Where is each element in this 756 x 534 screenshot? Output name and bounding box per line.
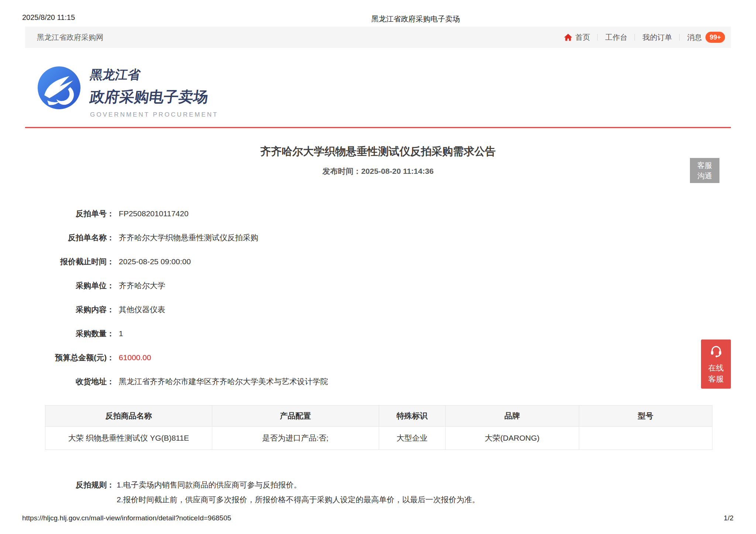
nav-item-orders[interactable]: 我的订单 <box>642 32 672 42</box>
chat-button-line2: 沟通 <box>697 170 712 181</box>
online-service-line2: 客服 <box>708 373 724 385</box>
field-label: 采购内容： <box>0 304 114 315</box>
field-label: 预算总金额(元)： <box>0 352 114 363</box>
headset-icon <box>709 344 723 359</box>
nav-separator <box>679 34 680 41</box>
field-value: 黑龙江省齐齐哈尔市建华区齐齐哈尔大学美术与艺术设计学院 <box>119 377 328 386</box>
nav-separator <box>597 34 598 41</box>
cell-model <box>579 427 712 450</box>
budget-amount: 61000.00 <box>119 353 151 362</box>
print-doc-title: 黑龙江省政府采购电子卖场 <box>371 14 460 24</box>
publish-time-value: 2025-08-20 11:14:36 <box>361 167 433 175</box>
field-row-order-no: 反拍单号： FP25082010117420 <box>0 209 756 219</box>
customer-chat-button[interactable]: 客服 沟通 <box>690 158 719 183</box>
print-footer-page: 1/2 <box>724 514 733 522</box>
field-row-address: 收货地址： 黑龙江省齐齐哈尔市建华区齐齐哈尔大学美术与艺术设计学院 <box>0 376 756 387</box>
cell-product-name: 大荣 织物悬垂性测试仪 YG(B)811E <box>45 427 212 450</box>
field-label: 采购数量： <box>0 328 114 339</box>
rules-line-2: 2.报价时间截止前，供应商可多次报价，所报价格不得高于采购人设定的最高单价，以最… <box>117 495 480 504</box>
nav-home-label: 首页 <box>575 32 590 42</box>
field-label: 采购单位： <box>0 280 114 291</box>
field-row-budget: 预算总金额(元)： 61000.00 <box>0 352 756 363</box>
print-datetime: 2025/8/20 11:15 <box>22 13 75 22</box>
field-row-quote-deadline: 报价截止时间： 2025-08-25 09:00:00 <box>0 256 756 267</box>
publish-time-line: 发布时间：2025-08-20 11:14:36 <box>0 166 756 176</box>
col-header-configuration: 产品配置 <box>212 406 379 427</box>
table-row: 大荣 织物悬垂性测试仪 YG(B)811E 是否为进口产品:否; 大型企业 大荣… <box>45 427 712 450</box>
red-divider <box>25 127 731 128</box>
nav-menu: 首页 工作台 我的订单 消息 99+ <box>564 32 725 43</box>
field-row-content: 采购内容： 其他仪器仪表 <box>0 304 756 315</box>
table-header-row: 反拍商品名称 产品配置 特殊标识 品牌 型号 <box>45 406 712 427</box>
chat-button-line1: 客服 <box>697 160 712 170</box>
field-label: 反拍单号： <box>0 209 114 219</box>
online-service-button[interactable]: 在线 客服 <box>701 340 731 389</box>
field-row-order-name: 反拍单名称： 齐齐哈尔大学织物悬垂性测试仪反拍采购 <box>0 232 756 243</box>
rules-label: 反拍规则： <box>0 480 114 509</box>
field-value: 2025-08-25 09:00:00 <box>119 257 191 266</box>
field-value: 1 <box>119 329 123 338</box>
field-value: 其他仪器仪表 <box>119 305 165 314</box>
cell-brand: 大荣(DARONG) <box>446 427 579 450</box>
field-value: 齐齐哈尔大学 <box>119 281 165 290</box>
nav-separator <box>635 34 635 41</box>
message-count-badge[interactable]: 99+ <box>705 32 725 43</box>
logo-line1: 黑龙江省 <box>89 66 220 83</box>
field-label: 反拍单名称： <box>0 232 114 243</box>
logo-dragon-icon <box>37 66 81 118</box>
field-label: 收货地址： <box>0 376 114 387</box>
logo-subtitle: GOVERNMENT PROCUREMENT <box>90 111 218 118</box>
nav-item-workbench[interactable]: 工作台 <box>605 32 627 42</box>
field-label: 报价截止时间： <box>0 256 114 267</box>
nav-messages-label: 消息 <box>687 32 702 42</box>
site-logo[interactable]: 黑龙江省 政府采购电子卖场 GOVERNMENT PROCUREMENT <box>37 66 218 118</box>
nav-orders-label: 我的订单 <box>642 32 672 42</box>
site-name-link[interactable]: 黑龙江省政府采购网 <box>37 32 103 42</box>
field-value: 齐齐哈尔大学织物悬垂性测试仪反拍采购 <box>119 233 258 242</box>
cell-special-mark: 大型企业 <box>379 427 446 450</box>
rules-line-1: 1.电子卖场内销售同款商品的供应商可参与反拍报价。 <box>117 480 480 490</box>
nav-item-messages[interactable]: 消息 <box>687 32 702 42</box>
rules-content: 1.电子卖场内销售同款商品的供应商可参与反拍报价。 2.报价时间截止前，供应商可… <box>117 480 480 509</box>
top-navbar: 黑龙江省政府采购网 首页 工作台 我的订单 消息 99+ <box>25 27 731 48</box>
nav-workbench-label: 工作台 <box>605 32 627 42</box>
print-footer-url: https://hljcg.hlj.gov.cn/mall-view/infor… <box>22 514 231 522</box>
product-table: 反拍商品名称 产品配置 特殊标识 品牌 型号 大荣 织物悬垂性测试仪 YG(B)… <box>45 405 712 450</box>
col-header-product-name: 反拍商品名称 <box>45 406 212 427</box>
field-value: FP25082010117420 <box>119 209 189 218</box>
col-header-special-mark: 特殊标识 <box>379 406 446 427</box>
notice-title: 齐齐哈尔大学织物悬垂性测试仪反拍采购需求公告 <box>0 144 756 159</box>
logo-text: 黑龙江省 政府采购电子卖场 GOVERNMENT PROCUREMENT <box>90 66 218 118</box>
nav-item-home[interactable]: 首页 <box>564 32 590 42</box>
home-icon <box>564 33 573 42</box>
logo-line2: 政府采购电子卖场 <box>89 87 220 107</box>
publish-time-label: 发布时间： <box>322 167 361 175</box>
field-row-purchaser: 采购单位： 齐齐哈尔大学 <box>0 280 756 291</box>
col-header-model: 型号 <box>579 406 712 427</box>
col-header-brand: 品牌 <box>446 406 579 427</box>
online-service-line1: 在线 <box>708 362 724 373</box>
auction-rules: 反拍规则： 1.电子卖场内销售同款商品的供应商可参与反拍报价。 2.报价时间截止… <box>0 480 480 509</box>
notice-fields: 反拍单号： FP25082010117420 反拍单名称： 齐齐哈尔大学织物悬垂… <box>0 209 756 400</box>
field-row-quantity: 采购数量： 1 <box>0 328 756 339</box>
cell-configuration: 是否为进口产品:否; <box>212 427 379 450</box>
